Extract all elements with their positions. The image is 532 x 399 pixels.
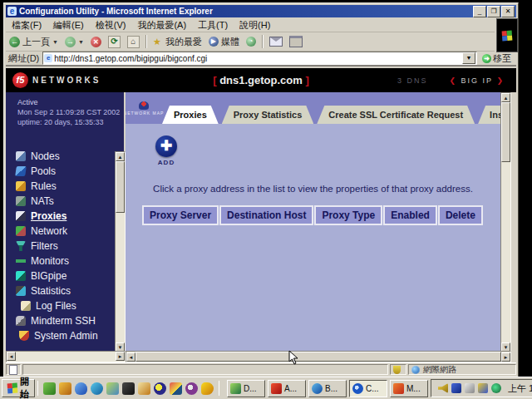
sidebar-item-nats[interactable]: NATs xyxy=(16,195,124,207)
sidebar-item-mindterm-ssh[interactable]: Mindterm SSH xyxy=(16,315,124,327)
sidebar-item-system-admin[interactable]: System Admin xyxy=(16,330,124,342)
window-title: Configuration Utility - Microsoft Intern… xyxy=(19,7,472,16)
media-icon: ▶ xyxy=(209,37,219,47)
menu-help[interactable]: 說明(H) xyxy=(234,19,276,32)
scroll-left-icon[interactable]: ◄ xyxy=(126,352,135,362)
quick-launch-icon[interactable] xyxy=(170,382,182,395)
sidebar-item-network[interactable]: Network xyxy=(16,225,124,237)
quick-launch-icon[interactable] xyxy=(138,382,150,395)
home-icon: ⌂ xyxy=(127,36,140,48)
address-dropdown-icon[interactable]: ▼ xyxy=(462,52,475,64)
sidebar-item-proxies[interactable]: Proxies xyxy=(16,210,124,222)
status-uptime: uptime: 20 days, 15:35:33 xyxy=(17,117,124,127)
quick-launch-icon[interactable] xyxy=(43,382,56,395)
sidebar-item-log-files[interactable]: Log Files xyxy=(16,300,124,312)
volume-icon[interactable] xyxy=(438,383,448,393)
minimize-button[interactable]: _ xyxy=(473,6,486,17)
refresh-button[interactable]: ⟳ xyxy=(105,35,124,49)
quick-launch-icon[interactable] xyxy=(91,382,103,395)
scrollbar-thumb[interactable] xyxy=(501,102,510,162)
tab-install-ssl-certificate[interactable]: Install SSL Certifi xyxy=(478,106,500,124)
scrollbar-thumb[interactable] xyxy=(135,352,501,362)
menu-favorites[interactable]: 我的最愛(A) xyxy=(131,19,192,32)
menu-edit[interactable]: 編輯(E) xyxy=(47,19,90,32)
back-dropdown-icon[interactable]: ▼ xyxy=(52,39,58,45)
main-vertical-scrollbar[interactable]: ▲ ▼ xyxy=(500,92,511,352)
address-combo[interactable]: e ▼ xyxy=(42,52,477,65)
sidebar-horizontal-scrollbar[interactable]: ◄ ► xyxy=(6,351,126,362)
stop-button[interactable]: ✕ xyxy=(87,36,105,48)
scroll-right-icon[interactable]: ► xyxy=(116,352,125,361)
favorites-button[interactable]: ★ 我的最愛 xyxy=(150,35,205,49)
tray-icon[interactable] xyxy=(465,383,475,393)
zone-label: 網際網路 xyxy=(423,364,456,376)
tab-create-ssl-certificate-request[interactable]: Create SSL Certificate Request xyxy=(317,106,475,124)
tray-icon[interactable] xyxy=(451,383,461,393)
address-input[interactable] xyxy=(52,54,462,63)
tab-proxy-statistics[interactable]: Proxy Statistics xyxy=(222,106,314,124)
back-button[interactable]: ← 上一頁 ▼ xyxy=(6,35,62,49)
sidebar-item-statistics[interactable]: Statistics xyxy=(16,285,124,297)
task-button-3[interactable]: B... xyxy=(308,380,347,397)
quick-launch-icon[interactable] xyxy=(185,382,198,395)
sidebar-vertical-scrollbar[interactable]: ▲ ▼ xyxy=(115,151,126,352)
sidebar-item-monitors[interactable]: Monitors xyxy=(16,255,124,267)
nodes-icon xyxy=(16,151,26,161)
quick-launch-icon[interactable] xyxy=(122,382,135,395)
scroll-up-icon[interactable]: ▲ xyxy=(116,152,125,161)
col-enabled: Enabled xyxy=(383,205,437,225)
quick-launch-icon[interactable] xyxy=(201,382,214,395)
scroll-left-icon[interactable]: ◄ xyxy=(7,352,16,361)
menu-view[interactable]: 檢視(V) xyxy=(90,19,132,32)
system-tray: 上午 11:00 xyxy=(431,379,532,397)
status-zone-pane: 網際網路 xyxy=(408,364,516,375)
tray-icon[interactable] xyxy=(478,383,488,393)
toolbar: ← 上一頁 ▼ → ▼ ✕ ⟳ ⌂ ★ 我的最愛 ▶ 媒體 ◔ xyxy=(6,32,495,52)
taskbar-separator xyxy=(37,381,38,396)
tray-icon[interactable] xyxy=(491,383,501,393)
menu-file[interactable]: 檔案(F) xyxy=(6,19,47,32)
taskbar-clock: 上午 11:00 xyxy=(508,382,532,395)
task-button-1[interactable]: D... xyxy=(227,380,265,397)
mail-button[interactable] xyxy=(266,36,286,47)
tab-proxies[interactable]: Proxies xyxy=(162,106,219,124)
quick-launch-icon[interactable] xyxy=(59,382,71,395)
task-button-5[interactable]: M... xyxy=(390,380,428,397)
task-button-4-active[interactable]: C... xyxy=(349,380,387,397)
status-security-pane xyxy=(390,364,406,375)
forward-dropdown-icon[interactable]: ▼ xyxy=(78,39,84,45)
task-button-2[interactable]: A... xyxy=(268,380,306,397)
col-destination-host: Destination Host xyxy=(219,205,313,225)
start-button[interactable]: 開始 xyxy=(2,379,35,397)
close-button[interactable]: ✕ xyxy=(501,6,515,17)
sidebar-item-filters[interactable]: Filters xyxy=(16,240,124,252)
scroll-right-icon[interactable]: ► xyxy=(501,352,510,362)
title-bar[interactable]: e Configuration Utility - Microsoft Inte… xyxy=(6,5,516,17)
media-button[interactable]: ▶ 媒體 xyxy=(205,35,243,49)
print-button[interactable] xyxy=(286,35,306,48)
scroll-up-icon[interactable]: ▲ xyxy=(501,93,510,102)
history-icon: ◔ xyxy=(246,37,256,47)
ie-window: e Configuration Utility - Microsoft Inte… xyxy=(3,2,519,378)
sidebar-item-bigpipe[interactable]: BIGpipe xyxy=(16,270,124,282)
network-map-button[interactable]: NETWORK MAP xyxy=(126,92,162,124)
main-horizontal-scrollbar[interactable]: ◄ ► xyxy=(126,351,511,362)
sidebar-item-nodes[interactable]: Nodes xyxy=(16,150,124,162)
forward-button[interactable]: → ▼ xyxy=(62,36,87,48)
stop-icon: ✕ xyxy=(91,37,101,47)
instruction-text: Click a proxy address in the list to vie… xyxy=(126,184,500,194)
menu-tools[interactable]: 工具(T) xyxy=(192,19,234,32)
add-proxy-button[interactable]: ✚ ADD xyxy=(144,135,189,166)
sidebar-item-pools[interactable]: Pools xyxy=(16,165,124,177)
scrollbar-thumb[interactable] xyxy=(116,161,125,213)
sidebar-item-rules[interactable]: Rules xyxy=(16,180,124,192)
quick-launch-icon[interactable] xyxy=(106,382,119,395)
go-button[interactable]: ➜ 移至 xyxy=(477,52,516,65)
history-button[interactable]: ◔ xyxy=(243,36,259,47)
network-map-icon xyxy=(139,101,149,110)
quick-launch-icon[interactable] xyxy=(154,382,166,395)
shield-icon xyxy=(393,366,401,374)
home-button[interactable]: ⌂ xyxy=(124,35,143,49)
maximize-button[interactable]: ❐ xyxy=(487,6,500,17)
quick-launch-icon[interactable] xyxy=(75,382,87,395)
